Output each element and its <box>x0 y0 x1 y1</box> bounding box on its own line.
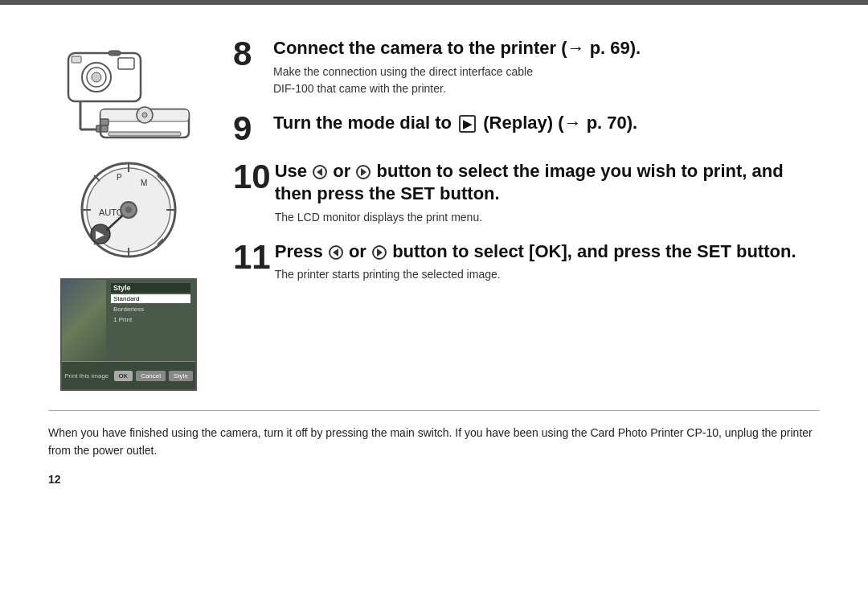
step-10-title-pre: Use <box>275 161 307 181</box>
step-9-title: Turn the mode dial to ▶ (Replay) (→ p. 7… <box>273 112 820 135</box>
svg-rect-4 <box>118 58 134 69</box>
svg-point-3 <box>92 72 101 82</box>
step-8-desc-line1: Make the connection using the direct int… <box>273 65 533 78</box>
step-10-or-1: or <box>333 161 350 181</box>
page-number: 12 <box>48 473 820 486</box>
svg-rect-14 <box>108 132 181 136</box>
step-11-or: or <box>349 241 366 261</box>
left-button-icon-10 <box>313 165 327 179</box>
svg-rect-6 <box>108 51 121 55</box>
step-11-content: Press or button to select [OK], and pres… <box>275 240 820 284</box>
step-11: 11 Press or button to select [OK], and p… <box>233 240 820 284</box>
main-area: AUTO M P ▶ Style Standard <box>48 37 820 391</box>
left-button-icon-11 <box>329 245 343 260</box>
step-9-dial-symbol: ▶ <box>459 115 476 133</box>
step-9-content: Turn the mode dial to ▶ (Replay) (→ p. 7… <box>273 112 820 138</box>
step-9-arrow: → <box>564 113 582 133</box>
svg-point-13 <box>142 113 147 117</box>
step-8-desc-line2: DIF-100 that came with the printer. <box>273 82 446 95</box>
page-content: AUTO M P ▶ Style Standard <box>0 5 868 510</box>
right-button-icon-11 <box>372 245 387 260</box>
svg-text:▶: ▶ <box>96 228 104 240</box>
step-8-number: 8 <box>233 37 269 71</box>
lcd-print-text: Print this image <box>64 372 108 380</box>
svg-rect-9 <box>96 125 108 132</box>
step-8-title-text: Connect the camera to the printer <box>273 38 556 58</box>
svg-point-33 <box>125 207 132 213</box>
step-9-page-ref: p. 70 <box>587 113 627 133</box>
lcd-bottom-bar: Print this image OK Cancel Style <box>62 361 195 389</box>
lcd-menu-title: Style <box>111 283 190 293</box>
svg-rect-5 <box>72 56 81 63</box>
lcd-illustration: Style Standard Borderless 1 Print Print … <box>60 278 197 391</box>
camera-illustration <box>52 37 205 142</box>
lcd-ok-btn: OK <box>114 371 133 381</box>
step-9-number: 9 <box>233 112 269 146</box>
step-9-title-text: Turn the mode dial to <box>273 113 452 133</box>
left-column: AUTO M P ▶ Style Standard <box>48 37 209 391</box>
step-8-page-ref: p. 69 <box>590 38 630 58</box>
step-10-title: Use or button to select the image you wi… <box>275 160 820 206</box>
lcd-menu-item-2: 1 Print <box>111 315 190 324</box>
step-11-title-post: button to select [OK], and press the SET… <box>392 241 796 261</box>
step-8-desc: Make the connection using the direct int… <box>273 64 820 97</box>
dial-illustration: AUTO M P ▶ <box>76 158 181 262</box>
step-8-arrow: → <box>567 38 585 58</box>
right-column: 8 Connect the camera to the printer (→ p… <box>233 37 820 391</box>
step-8-title: Connect the camera to the printer (→ p. … <box>273 37 820 60</box>
lcd-cancel-btn: Cancel <box>136 371 166 381</box>
right-button-icon-10 <box>356 165 371 179</box>
step-11-desc: The printer starts printing the selected… <box>275 266 820 283</box>
footer-text: When you have finished using the camera,… <box>48 410 820 460</box>
step-11-title: Press or button to select [OK], and pres… <box>275 240 820 264</box>
svg-text:M: M <box>141 179 147 187</box>
step-8-content: Connect the camera to the printer (→ p. … <box>273 37 820 97</box>
lcd-menu-item-0: Standard <box>111 294 190 303</box>
step-10-desc: The LCD monitor displays the print menu. <box>275 209 820 226</box>
step-10-number: 10 <box>233 160 271 194</box>
step-11-number: 11 <box>233 240 271 274</box>
step-10: 10 Use or button to select the image you… <box>233 160 820 226</box>
step-8: 8 Connect the camera to the printer (→ p… <box>233 37 820 97</box>
svg-rect-15 <box>100 119 108 125</box>
step-9-title-suffix: (Replay) <box>483 113 553 133</box>
step-11-title-pre: Press <box>275 241 323 261</box>
lcd-menu-item-1: Borderless <box>111 305 190 314</box>
svg-text:P: P <box>117 173 122 182</box>
step-10-title-post: button to select the image you wish to p… <box>275 161 784 204</box>
lcd-style-btn: Style <box>169 371 193 381</box>
step-9: 9 Turn the mode dial to ▶ (Replay) (→ p.… <box>233 112 820 146</box>
step-10-content: Use or button to select the image you wi… <box>275 160 820 226</box>
